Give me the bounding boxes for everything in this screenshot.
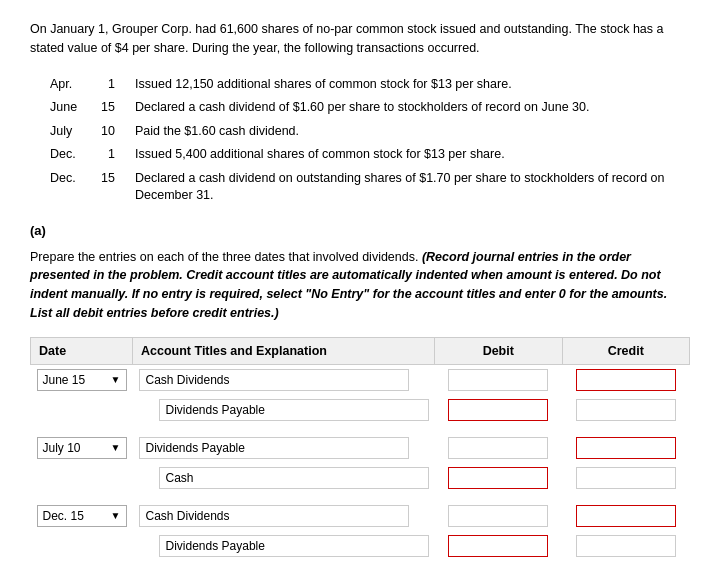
credit-input-2b[interactable] — [576, 467, 676, 489]
credit-input-3b[interactable] — [576, 535, 676, 557]
credit-cell-3a — [562, 501, 690, 531]
tx-month: Dec. — [50, 170, 100, 205]
tx-desc: Declared a cash dividend of $1.60 per sh… — [135, 99, 690, 117]
tx-day: 15 — [100, 170, 135, 205]
credit-cell-3b — [562, 531, 690, 561]
date-cell-1b-empty — [31, 395, 133, 425]
credit-cell-2a — [562, 433, 690, 463]
debit-cell-2a — [435, 433, 563, 463]
list-item: July 10 Paid the $1.60 cash dividend. — [50, 123, 690, 141]
tx-desc: Issued 5,400 additional shares of common… — [135, 146, 690, 164]
col-header-account: Account Titles and Explanation — [133, 337, 435, 364]
transactions-list: Apr. 1 Issued 12,150 additional shares o… — [50, 76, 690, 205]
table-row — [31, 531, 690, 561]
account-cell-2a — [133, 433, 435, 463]
chevron-down-icon: ▼ — [111, 442, 121, 453]
date-value-1: June 15 — [43, 373, 86, 387]
date-value-2: July 10 — [43, 441, 81, 455]
date-dropdown-2[interactable]: July 10 ▼ — [37, 437, 127, 459]
table-row: Dec. 15 ▼ — [31, 501, 690, 531]
tx-month: Dec. — [50, 146, 100, 164]
tx-month: June — [50, 99, 100, 117]
date-cell-2: July 10 ▼ — [31, 433, 133, 463]
debit-input-2b[interactable] — [448, 467, 548, 489]
list-item: Apr. 1 Issued 12,150 additional shares o… — [50, 76, 690, 94]
debit-cell-3b — [435, 531, 563, 561]
table-row — [31, 395, 690, 425]
date-cell-2b-empty — [31, 463, 133, 493]
debit-input-3b[interactable] — [448, 535, 548, 557]
credit-cell-1b — [562, 395, 690, 425]
list-item: Dec. 1 Issued 5,400 additional shares of… — [50, 146, 690, 164]
spacer-row — [31, 493, 690, 501]
account-cell-2b — [133, 463, 435, 493]
tx-day: 15 — [100, 99, 135, 117]
chevron-down-icon: ▼ — [111, 510, 121, 521]
date-cell-3: Dec. 15 ▼ — [31, 501, 133, 531]
tx-desc: Paid the $1.60 cash dividend. — [135, 123, 690, 141]
account-cell-1a — [133, 364, 435, 395]
section-label: (a) — [30, 223, 690, 238]
tx-day: 10 — [100, 123, 135, 141]
spacer-row — [31, 425, 690, 433]
tx-desc: Issued 12,150 additional shares of commo… — [135, 76, 690, 94]
col-header-debit: Debit — [435, 337, 563, 364]
account-input-3b[interactable] — [159, 535, 429, 557]
table-row: June 15 ▼ — [31, 364, 690, 395]
credit-cell-2b — [562, 463, 690, 493]
debit-cell-3a — [435, 501, 563, 531]
debit-cell-1b — [435, 395, 563, 425]
debit-input-1b[interactable] — [448, 399, 548, 421]
tx-day: 1 — [100, 76, 135, 94]
table-row: July 10 ▼ — [31, 433, 690, 463]
col-header-credit: Credit — [562, 337, 690, 364]
tx-month: July — [50, 123, 100, 141]
tx-desc: Declared a cash dividend on outstanding … — [135, 170, 690, 205]
credit-input-1b[interactable] — [576, 399, 676, 421]
debit-cell-1a — [435, 364, 563, 395]
credit-cell-1a — [562, 364, 690, 395]
date-cell-3b-empty — [31, 531, 133, 561]
tx-day: 1 — [100, 146, 135, 164]
tx-month: Apr. — [50, 76, 100, 94]
date-cell-1: June 15 ▼ — [31, 364, 133, 395]
account-input-3a[interactable] — [139, 505, 409, 527]
chevron-down-icon: ▼ — [111, 374, 121, 385]
account-cell-3a — [133, 501, 435, 531]
table-row — [31, 463, 690, 493]
date-value-3: Dec. 15 — [43, 509, 84, 523]
account-input-2b[interactable] — [159, 467, 429, 489]
date-dropdown-1[interactable]: June 15 ▼ — [37, 369, 127, 391]
list-item: June 15 Declared a cash dividend of $1.6… — [50, 99, 690, 117]
date-dropdown-3[interactable]: Dec. 15 ▼ — [37, 505, 127, 527]
journal-table: Date Account Titles and Explanation Debi… — [30, 337, 690, 561]
col-header-date: Date — [31, 337, 133, 364]
intro-paragraph: On January 1, Grouper Corp. had 61,600 s… — [30, 20, 690, 58]
account-input-1a[interactable] — [139, 369, 409, 391]
account-cell-1b — [133, 395, 435, 425]
list-item: Dec. 15 Declared a cash dividend on outs… — [50, 170, 690, 205]
credit-input-2a[interactable] — [576, 437, 676, 459]
account-input-1b[interactable] — [159, 399, 429, 421]
debit-cell-2b — [435, 463, 563, 493]
credit-input-1a[interactable] — [576, 369, 676, 391]
debit-input-3a[interactable] — [448, 505, 548, 527]
debit-input-2a[interactable] — [448, 437, 548, 459]
account-input-2a[interactable] — [139, 437, 409, 459]
debit-input-1a[interactable] — [448, 369, 548, 391]
instruction-text: Prepare the entries on each of the three… — [30, 248, 690, 323]
account-cell-3b — [133, 531, 435, 561]
credit-input-3a[interactable] — [576, 505, 676, 527]
